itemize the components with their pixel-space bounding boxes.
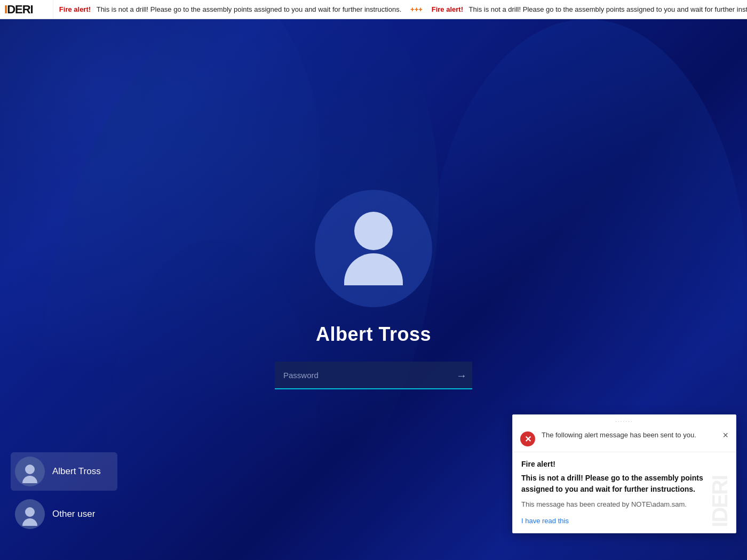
user-list: Albert Tross Other user (11, 452, 117, 533)
avatar (315, 190, 432, 307)
user-list-item-albert[interactable]: Albert Tross (11, 452, 117, 491)
alert-title: Fire alert! (521, 460, 727, 468)
alert-popup-body: Fire alert! This is not a drill! Please … (513, 452, 736, 533)
popup-drag-handle: ....... (513, 415, 736, 423)
popup-logo-watermark: IDERI (709, 476, 730, 527)
logo-area: IDERI (0, 0, 53, 19)
submit-button[interactable]: → (456, 370, 467, 382)
user-list-name-albert: Albert Tross (52, 466, 101, 477)
alert-creator: This message has been created by NOTE\ad… (521, 500, 727, 508)
alert-read-link[interactable]: I have read this (521, 517, 569, 525)
username-display: Albert Tross (316, 323, 431, 346)
alert-header-text: The following alert message has been sen… (542, 430, 716, 440)
alert-popup: ....... ✕ The following alert message ha… (512, 414, 736, 533)
user-body (344, 253, 403, 285)
password-container: → (275, 362, 472, 389)
alert-close-button[interactable]: × (722, 430, 728, 440)
alert-message: This is not a drill! Please go to the as… (521, 473, 727, 495)
user-list-name-other: Other user (52, 509, 95, 519)
user-head (354, 212, 393, 250)
password-input[interactable] (275, 362, 472, 389)
user-avatar-other (15, 499, 45, 529)
logo: IDERI (4, 3, 33, 17)
alert-popup-header: ✕ The following alert message has been s… (513, 423, 736, 452)
user-icon-large (344, 212, 403, 285)
ticker-text: Fire alert! This is not a drill! Please … (53, 0, 747, 19)
ticker-scroll: Fire alert! This is not a drill! Please … (53, 0, 747, 19)
alert-error-icon: ✕ (520, 431, 535, 446)
ticker-bar: IDERI Fire alert! This is not a drill! P… (0, 0, 747, 19)
user-list-item-other[interactable]: Other user (11, 495, 117, 533)
user-avatar-albert (15, 457, 45, 486)
